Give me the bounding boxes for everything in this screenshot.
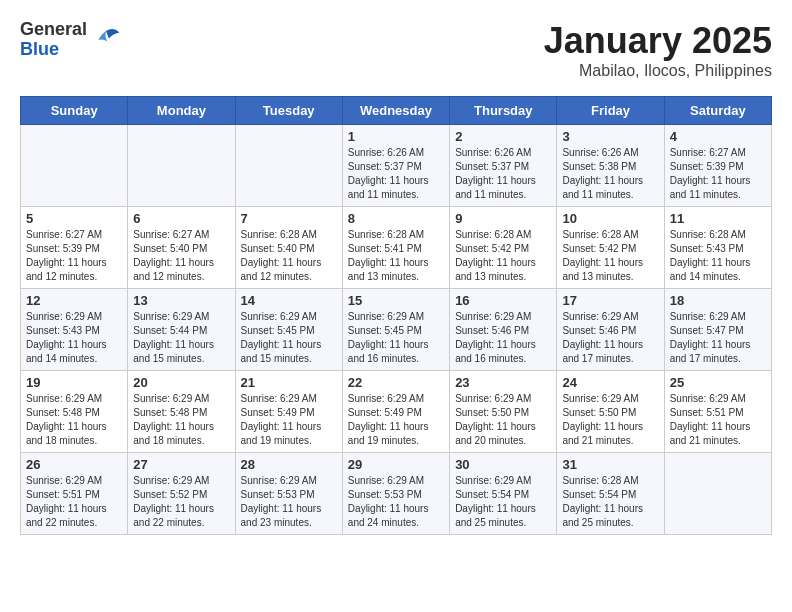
- day-info: Sunrise: 6:29 AM Sunset: 5:43 PM Dayligh…: [26, 310, 122, 366]
- weekday-header: Friday: [557, 97, 664, 125]
- sunrise-text: Sunrise: 6:26 AM: [455, 147, 531, 158]
- weekday-header: Monday: [128, 97, 235, 125]
- page-title: January 2025: [544, 20, 772, 62]
- sunrise-text: Sunrise: 6:29 AM: [133, 393, 209, 404]
- calendar-week-row: 19 Sunrise: 6:29 AM Sunset: 5:48 PM Dayl…: [21, 371, 772, 453]
- calendar-day-cell: 28 Sunrise: 6:29 AM Sunset: 5:53 PM Dayl…: [235, 453, 342, 535]
- sunrise-text: Sunrise: 6:29 AM: [133, 475, 209, 486]
- day-number: 12: [26, 293, 122, 308]
- sunset-text: Sunset: 5:41 PM: [348, 243, 422, 254]
- calendar-day-cell: 16 Sunrise: 6:29 AM Sunset: 5:46 PM Dayl…: [450, 289, 557, 371]
- calendar-week-row: 5 Sunrise: 6:27 AM Sunset: 5:39 PM Dayli…: [21, 207, 772, 289]
- sunrise-text: Sunrise: 6:29 AM: [133, 311, 209, 322]
- logo: General Blue: [20, 20, 121, 60]
- sunset-text: Sunset: 5:50 PM: [562, 407, 636, 418]
- calendar-day-cell: 8 Sunrise: 6:28 AM Sunset: 5:41 PM Dayli…: [342, 207, 449, 289]
- calendar-day-cell: 23 Sunrise: 6:29 AM Sunset: 5:50 PM Dayl…: [450, 371, 557, 453]
- calendar-day-cell: 9 Sunrise: 6:28 AM Sunset: 5:42 PM Dayli…: [450, 207, 557, 289]
- daylight-text: Daylight: 11 hours and 19 minutes.: [241, 421, 322, 446]
- day-info: Sunrise: 6:28 AM Sunset: 5:43 PM Dayligh…: [670, 228, 766, 284]
- sunrise-text: Sunrise: 6:29 AM: [26, 311, 102, 322]
- sunset-text: Sunset: 5:44 PM: [133, 325, 207, 336]
- page-header: General Blue January 2025 Mabilao, Iloco…: [20, 20, 772, 80]
- day-number: 31: [562, 457, 658, 472]
- day-number: 11: [670, 211, 766, 226]
- sunrise-text: Sunrise: 6:28 AM: [455, 229, 531, 240]
- daylight-text: Daylight: 11 hours and 21 minutes.: [562, 421, 643, 446]
- day-number: 30: [455, 457, 551, 472]
- weekday-header: Saturday: [664, 97, 771, 125]
- page-subtitle: Mabilao, Ilocos, Philippines: [544, 62, 772, 80]
- day-number: 4: [670, 129, 766, 144]
- day-info: Sunrise: 6:29 AM Sunset: 5:54 PM Dayligh…: [455, 474, 551, 530]
- sunrise-text: Sunrise: 6:29 AM: [455, 475, 531, 486]
- day-number: 3: [562, 129, 658, 144]
- sunset-text: Sunset: 5:39 PM: [670, 161, 744, 172]
- calendar-day-cell: 31 Sunrise: 6:28 AM Sunset: 5:54 PM Dayl…: [557, 453, 664, 535]
- day-number: 18: [670, 293, 766, 308]
- daylight-text: Daylight: 11 hours and 17 minutes.: [562, 339, 643, 364]
- daylight-text: Daylight: 11 hours and 11 minutes.: [562, 175, 643, 200]
- calendar-day-cell: [664, 453, 771, 535]
- daylight-text: Daylight: 11 hours and 20 minutes.: [455, 421, 536, 446]
- calendar-table: SundayMondayTuesdayWednesdayThursdayFrid…: [20, 96, 772, 535]
- day-number: 19: [26, 375, 122, 390]
- sunset-text: Sunset: 5:37 PM: [348, 161, 422, 172]
- daylight-text: Daylight: 11 hours and 25 minutes.: [455, 503, 536, 528]
- day-info: Sunrise: 6:29 AM Sunset: 5:48 PM Dayligh…: [26, 392, 122, 448]
- day-number: 10: [562, 211, 658, 226]
- calendar-day-cell: [235, 125, 342, 207]
- day-number: 8: [348, 211, 444, 226]
- sunset-text: Sunset: 5:42 PM: [455, 243, 529, 254]
- calendar-day-cell: 15 Sunrise: 6:29 AM Sunset: 5:45 PM Dayl…: [342, 289, 449, 371]
- day-number: 22: [348, 375, 444, 390]
- day-info: Sunrise: 6:28 AM Sunset: 5:40 PM Dayligh…: [241, 228, 337, 284]
- daylight-text: Daylight: 11 hours and 16 minutes.: [348, 339, 429, 364]
- calendar-day-cell: 27 Sunrise: 6:29 AM Sunset: 5:52 PM Dayl…: [128, 453, 235, 535]
- calendar-day-cell: 20 Sunrise: 6:29 AM Sunset: 5:48 PM Dayl…: [128, 371, 235, 453]
- sunrise-text: Sunrise: 6:29 AM: [241, 475, 317, 486]
- day-info: Sunrise: 6:29 AM Sunset: 5:45 PM Dayligh…: [348, 310, 444, 366]
- day-info: Sunrise: 6:29 AM Sunset: 5:53 PM Dayligh…: [241, 474, 337, 530]
- day-number: 26: [26, 457, 122, 472]
- day-info: Sunrise: 6:27 AM Sunset: 5:39 PM Dayligh…: [670, 146, 766, 202]
- sunset-text: Sunset: 5:51 PM: [26, 489, 100, 500]
- day-info: Sunrise: 6:26 AM Sunset: 5:37 PM Dayligh…: [348, 146, 444, 202]
- sunrise-text: Sunrise: 6:29 AM: [348, 393, 424, 404]
- logo-text: General Blue: [20, 20, 87, 60]
- sunset-text: Sunset: 5:38 PM: [562, 161, 636, 172]
- sunset-text: Sunset: 5:54 PM: [455, 489, 529, 500]
- daylight-text: Daylight: 11 hours and 13 minutes.: [455, 257, 536, 282]
- calendar-day-cell: 18 Sunrise: 6:29 AM Sunset: 5:47 PM Dayl…: [664, 289, 771, 371]
- logo-blue: Blue: [20, 40, 87, 60]
- day-info: Sunrise: 6:26 AM Sunset: 5:37 PM Dayligh…: [455, 146, 551, 202]
- calendar-week-row: 26 Sunrise: 6:29 AM Sunset: 5:51 PM Dayl…: [21, 453, 772, 535]
- calendar-day-cell: 25 Sunrise: 6:29 AM Sunset: 5:51 PM Dayl…: [664, 371, 771, 453]
- calendar-day-cell: 30 Sunrise: 6:29 AM Sunset: 5:54 PM Dayl…: [450, 453, 557, 535]
- sunset-text: Sunset: 5:51 PM: [670, 407, 744, 418]
- calendar-day-cell: 22 Sunrise: 6:29 AM Sunset: 5:49 PM Dayl…: [342, 371, 449, 453]
- day-number: 17: [562, 293, 658, 308]
- day-number: 25: [670, 375, 766, 390]
- calendar-day-cell: 1 Sunrise: 6:26 AM Sunset: 5:37 PM Dayli…: [342, 125, 449, 207]
- day-number: 13: [133, 293, 229, 308]
- title-block: January 2025 Mabilao, Ilocos, Philippine…: [544, 20, 772, 80]
- sunset-text: Sunset: 5:37 PM: [455, 161, 529, 172]
- calendar-day-cell: 13 Sunrise: 6:29 AM Sunset: 5:44 PM Dayl…: [128, 289, 235, 371]
- day-info: Sunrise: 6:29 AM Sunset: 5:51 PM Dayligh…: [670, 392, 766, 448]
- day-number: 29: [348, 457, 444, 472]
- day-number: 20: [133, 375, 229, 390]
- calendar-day-cell: 24 Sunrise: 6:29 AM Sunset: 5:50 PM Dayl…: [557, 371, 664, 453]
- logo-general: General: [20, 20, 87, 40]
- daylight-text: Daylight: 11 hours and 13 minutes.: [348, 257, 429, 282]
- calendar-day-cell: 6 Sunrise: 6:27 AM Sunset: 5:40 PM Dayli…: [128, 207, 235, 289]
- day-info: Sunrise: 6:29 AM Sunset: 5:44 PM Dayligh…: [133, 310, 229, 366]
- daylight-text: Daylight: 11 hours and 22 minutes.: [133, 503, 214, 528]
- day-info: Sunrise: 6:29 AM Sunset: 5:51 PM Dayligh…: [26, 474, 122, 530]
- day-info: Sunrise: 6:27 AM Sunset: 5:39 PM Dayligh…: [26, 228, 122, 284]
- daylight-text: Daylight: 11 hours and 13 minutes.: [562, 257, 643, 282]
- daylight-text: Daylight: 11 hours and 19 minutes.: [348, 421, 429, 446]
- calendar-day-cell: 21 Sunrise: 6:29 AM Sunset: 5:49 PM Dayl…: [235, 371, 342, 453]
- day-info: Sunrise: 6:29 AM Sunset: 5:53 PM Dayligh…: [348, 474, 444, 530]
- day-number: 9: [455, 211, 551, 226]
